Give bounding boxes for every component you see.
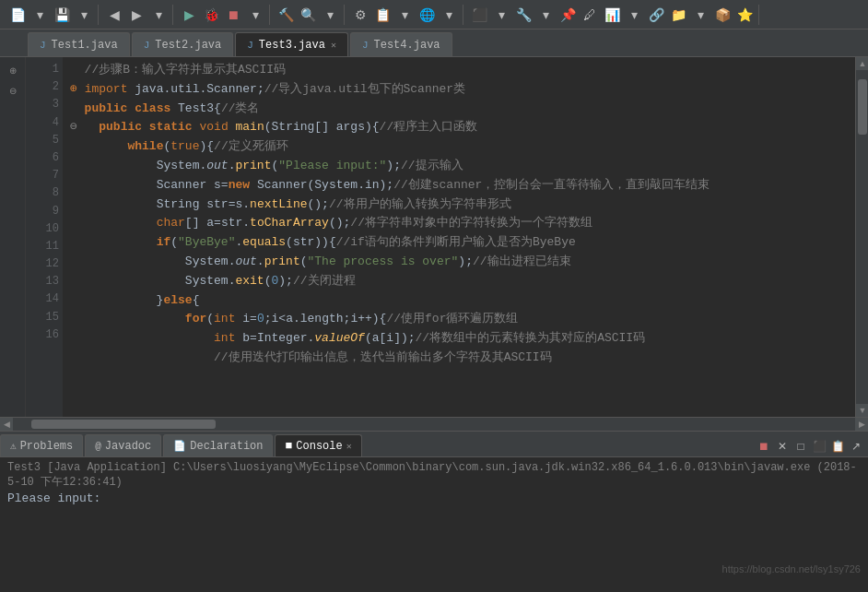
toolbar-group-run: ▶ 🐞 ⏹ ▾ [175, 5, 270, 25]
toolbar-btn-16[interactable]: 📦 [712, 5, 733, 25]
horizontal-scrollbar[interactable]: ◀ ▶ [0, 417, 868, 430]
tab-label: Test2.java [155, 39, 221, 52]
toolbar-group-file: 📄 ▾ 💾 ▾ [4, 5, 99, 25]
console-path: Test3 [Java Application] C:\Users\luosiy… [7, 461, 861, 490]
stop-button[interactable]: ⏹ [223, 5, 243, 25]
editor-container: ⊕ ⊖ 1 2 3 4 5 6 7 8 9 10 11 12 13 14 15 … [0, 57, 868, 417]
toolbar-dropdown-5[interactable]: ▾ [320, 5, 340, 25]
watermark: https://blog.csdn.net/lsy1sy726 [722, 563, 861, 574]
scroll-right-button[interactable]: ▶ [855, 418, 868, 431]
tab-test2[interactable]: J Test2.java [132, 32, 234, 56]
forward-button[interactable]: ▶ [126, 5, 147, 25]
toolbar-btn-11[interactable]: 📌 [557, 5, 578, 25]
tab-label: Test3.java [259, 39, 325, 52]
toolbar-btn-10[interactable]: 🔧 [513, 5, 534, 25]
tab-javadoc-label: Javadoc [105, 440, 151, 453]
toolbar-dropdown-2[interactable]: ▾ [74, 5, 94, 25]
toolbar-btn-13[interactable]: 📊 [602, 5, 622, 25]
new-file-button[interactable]: 📄 [7, 5, 28, 25]
debug-button[interactable]: 🐞 [201, 5, 221, 25]
tab-test3[interactable]: J Test3.java ✕ [235, 32, 348, 56]
toolbar-dropdown-3[interactable]: ▾ [148, 5, 169, 25]
toolbar-btn-8[interactable]: 🌐 [416, 5, 437, 25]
console-maximize-button[interactable]: □ [792, 438, 809, 455]
toolbar-btn-7[interactable]: 📋 [372, 5, 393, 25]
main-toolbar: 📄 ▾ 💾 ▾ ◀ ▶ ▾ ▶ 🐞 ⏹ ▾ 🔨 🔍 ▾ ⚙ 📋 ▾ 🌐 ▾ ⬛ … [0, 0, 868, 30]
toolbar-dropdown-8[interactable]: ▾ [491, 5, 511, 25]
tab-test1[interactable]: J Test1.java [28, 32, 130, 56]
vertical-scrollbar[interactable]: ▲ ▼ [855, 57, 868, 417]
tab-console[interactable]: ■ Console ✕ [275, 434, 361, 456]
scroll-down-button[interactable]: ▼ [856, 404, 868, 417]
toolbar-group-build: 🔨 🔍 ▾ [272, 5, 345, 25]
tab-problems[interactable]: ⚠ Problems [0, 434, 83, 456]
hscroll-thumb[interactable] [31, 420, 216, 429]
toolbar-dropdown-10[interactable]: ▾ [624, 5, 644, 25]
toolbar-btn-6[interactable]: ⚙ [350, 5, 370, 25]
toolbar-btn-12[interactable]: 🖊 [580, 5, 600, 25]
tab-declaration[interactable]: 📄 Declaration [163, 434, 273, 456]
tab-java-icon-2: J [144, 40, 150, 51]
console-btn-2[interactable]: 📋 [829, 438, 846, 455]
scroll-left-button[interactable]: ◀ [0, 418, 13, 431]
console-stop-button[interactable]: ⏹ [756, 438, 772, 455]
editor-left-gutter: ⊕ ⊖ [0, 57, 26, 417]
code-content: //步骤B：输入字符并显示其ASCII码 ⊕ import java.util.… [70, 61, 855, 368]
console-btn-1[interactable]: ⬛ [811, 438, 827, 455]
toolbar-dropdown-7[interactable]: ▾ [439, 5, 459, 25]
save-button[interactable]: 💾 [52, 5, 72, 25]
hscroll-track[interactable] [13, 418, 855, 431]
scroll-thumb[interactable] [858, 79, 867, 135]
console-tab-close[interactable]: ✕ [346, 441, 352, 452]
tab-java-icon-4: J [362, 40, 369, 51]
bottom-tabbar: ⚠ Problems @ Javadoc 📄 Declaration ■ Con… [0, 432, 868, 457]
tab-close-button[interactable]: ✕ [331, 40, 336, 51]
bottom-panel: ⚠ Problems @ Javadoc 📄 Declaration ■ Con… [0, 430, 868, 591]
toolbar-group-extra: ⬛ ▾ 🔧 ▾ 📌 🖊 📊 ▾ 🔗 📁 ▾ 📦 ⭐ [465, 5, 759, 25]
toolbar-btn-14[interactable]: 🔗 [646, 5, 666, 25]
tab-label: Test1.java [52, 39, 118, 52]
toolbar-group-nav: ◀ ▶ ▾ [100, 5, 173, 25]
tab-javadoc[interactable]: @ Javadoc [85, 434, 161, 456]
toolbar-dropdown-4[interactable]: ▾ [245, 5, 265, 25]
run-button[interactable]: ▶ [179, 5, 199, 25]
tab-java-icon-3: J [247, 40, 253, 51]
tab-console-label: Console [296, 440, 342, 453]
collapse-button-2[interactable]: ⊖ [4, 81, 22, 100]
search-button[interactable]: 🔍 [298, 5, 318, 25]
collapse-button-1[interactable]: ⊕ [4, 61, 22, 79]
console-btn-3[interactable]: ↗ [848, 438, 864, 455]
toolbar-btn-15[interactable]: 📁 [668, 5, 688, 25]
toolbar-dropdown-9[interactable]: ▾ [535, 5, 556, 25]
tab-test4[interactable]: J Test4.java [350, 32, 452, 56]
javadoc-icon: @ [95, 441, 101, 452]
back-button[interactable]: ◀ [104, 5, 124, 25]
declaration-icon: 📄 [173, 440, 186, 452]
scroll-track[interactable] [856, 70, 868, 404]
console-icon: ■ [285, 439, 292, 453]
toolbar-group-misc: ⚙ 📋 ▾ 🌐 ▾ [346, 5, 463, 25]
build-button[interactable]: 🔨 [276, 5, 296, 25]
toolbar-dropdown-1[interactable]: ▾ [29, 5, 50, 25]
console-close-button[interactable]: ✕ [774, 438, 791, 455]
console-content: Test3 [Java Application] C:\Users\luosiy… [0, 457, 868, 591]
tab-declaration-label: Declaration [190, 440, 263, 453]
editor-tabbar: J Test1.java J Test2.java J Test3.java ✕… [0, 30, 868, 57]
console-output: Please input: [7, 491, 861, 505]
tab-problems-label: Problems [20, 440, 74, 453]
line-numbers: 1 2 3 4 5 6 7 8 9 10 11 12 13 14 15 16 [26, 57, 63, 417]
tab-label: Test4.java [374, 39, 440, 52]
code-editor[interactable]: //步骤B：输入字符并显示其ASCII码 ⊕ import java.util.… [63, 57, 855, 417]
toolbar-btn-17[interactable]: ⭐ [734, 5, 755, 25]
toolbar-dropdown-11[interactable]: ▾ [690, 5, 710, 25]
scroll-up-button[interactable]: ▲ [856, 57, 868, 70]
toolbar-btn-9[interactable]: ⬛ [469, 5, 489, 25]
problems-icon: ⚠ [10, 440, 17, 452]
toolbar-dropdown-6[interactable]: ▾ [394, 5, 415, 25]
tab-java-icon: J [40, 40, 46, 51]
